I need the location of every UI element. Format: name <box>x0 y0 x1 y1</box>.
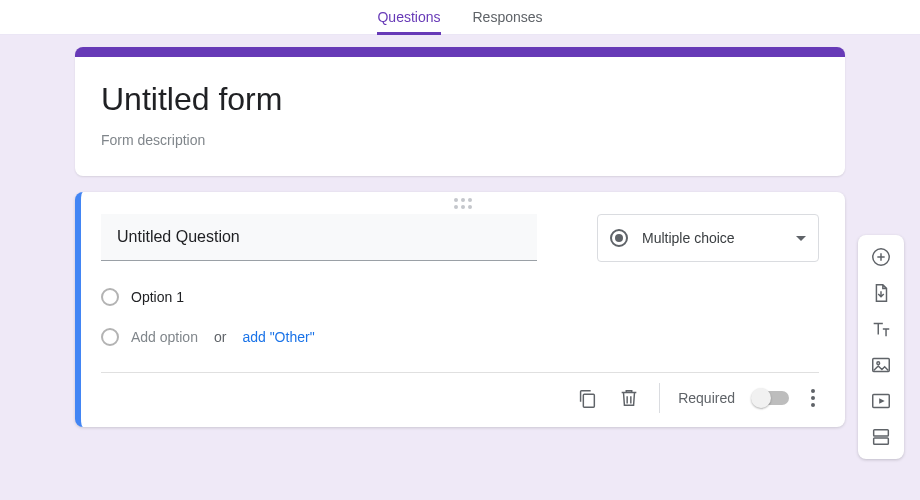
text-icon <box>870 318 892 340</box>
import-icon <box>870 282 892 304</box>
add-title-button[interactable] <box>867 315 895 343</box>
radio-filled-icon <box>610 229 628 247</box>
option-label[interactable]: Option 1 <box>131 289 184 305</box>
tab-responses[interactable]: Responses <box>473 0 543 35</box>
form-canvas: Untitled form Form description Multiple … <box>0 35 920 500</box>
caret-down-icon <box>796 236 806 241</box>
question-card[interactable]: Multiple choice Option 1 Add option or a… <box>75 192 845 427</box>
add-image-button[interactable] <box>867 351 895 379</box>
radio-empty-icon <box>101 328 119 346</box>
divider <box>659 383 660 413</box>
question-footer: Required <box>101 372 819 413</box>
add-section-button[interactable] <box>867 423 895 451</box>
svg-point-3 <box>877 362 880 365</box>
tabs-bar: Questions Responses <box>0 0 920 35</box>
svg-rect-6 <box>874 438 889 444</box>
form-title[interactable]: Untitled form <box>101 81 819 118</box>
tab-questions[interactable]: Questions <box>377 0 440 35</box>
question-type-label: Multiple choice <box>642 230 782 246</box>
required-label: Required <box>678 390 735 406</box>
import-question-button[interactable] <box>867 279 895 307</box>
copy-icon <box>576 387 598 409</box>
more-options-button[interactable] <box>807 385 819 411</box>
side-toolbar <box>858 235 904 459</box>
question-title-input[interactable] <box>101 214 537 261</box>
delete-button[interactable] <box>617 386 641 410</box>
required-toggle[interactable] <box>753 391 789 405</box>
form-header-card[interactable]: Untitled form Form description <box>75 47 845 176</box>
drag-handle-icon[interactable] <box>454 198 472 209</box>
plus-circle-icon <box>870 246 892 268</box>
add-option-row: Add option or add "Other" <box>101 328 819 346</box>
option-row[interactable]: Option 1 <box>101 288 819 306</box>
add-other-button[interactable]: add "Other" <box>242 329 314 345</box>
image-icon <box>870 354 892 376</box>
add-question-button[interactable] <box>867 243 895 271</box>
svg-rect-5 <box>874 430 889 436</box>
trash-icon <box>618 387 640 409</box>
add-video-button[interactable] <box>867 387 895 415</box>
add-option-button[interactable]: Add option <box>131 329 198 345</box>
form-description[interactable]: Form description <box>101 132 819 148</box>
or-label: or <box>214 329 226 345</box>
question-type-select[interactable]: Multiple choice <box>597 214 819 262</box>
duplicate-button[interactable] <box>575 386 599 410</box>
svg-rect-0 <box>584 394 595 407</box>
radio-empty-icon <box>101 288 119 306</box>
section-icon <box>870 426 892 448</box>
video-icon <box>870 390 892 412</box>
